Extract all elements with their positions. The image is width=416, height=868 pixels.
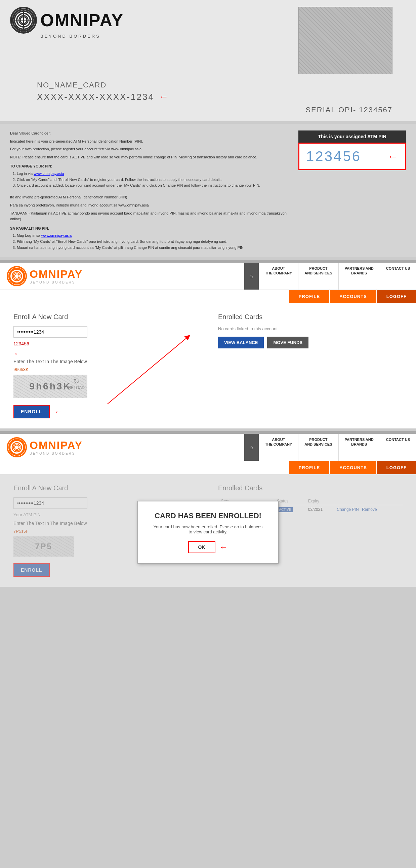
nav-products-link-4[interactable]: PRODUCTAND SERVICES: [298, 434, 338, 461]
enroll-arrow-icon: ←: [55, 407, 63, 417]
section-divider-1: [0, 260, 416, 262]
card-name: NO_NAME_CARD: [37, 81, 406, 89]
captcha-input-val-3: 9h6h3K: [13, 367, 198, 372]
card-number-input-3[interactable]: [13, 326, 88, 338]
brand-name: OMNIPAY: [40, 10, 124, 30]
logoff-button[interactable]: LOGOFF: [377, 290, 416, 303]
action-buttons-3: VIEW BALANCE MOVE FUNDS: [218, 337, 403, 348]
nav-brand-sub: BEYOND BORDERS: [30, 280, 83, 284]
svg-point-2: [20, 17, 27, 24]
nav-home-button[interactable]: ⌂: [244, 262, 259, 289]
nav-home-button-4[interactable]: ⌂: [244, 434, 259, 461]
accounts-button-4[interactable]: ACCOUNTS: [330, 461, 377, 474]
svg-point-1: [17, 13, 30, 27]
captcha-image-3: 9h6h3K ↻ RELOAD: [13, 375, 88, 398]
nav-partners-link-4[interactable]: PARTNERS ANDBRANDS: [338, 434, 380, 461]
enroll-title-3: Enroll A New Card: [13, 313, 198, 321]
nav-products-link[interactable]: PRODUCTAND SERVICES: [298, 262, 338, 289]
sub-nav-4: PROFILE ACCOUNTS LOGOFF: [0, 461, 416, 474]
captcha-label-3: Enter The Text In The Image Below: [13, 359, 198, 364]
nav-about-link[interactable]: ABOUTTHE COMPANY: [259, 262, 298, 289]
serial-number: SERIAL OPI- 1234567: [10, 105, 406, 114]
svg-point-4: [12, 271, 22, 281]
card-texture: [299, 7, 392, 74]
sub-nav: PROFILE ACCOUNTS LOGOFF: [0, 290, 416, 303]
svg-point-5: [15, 274, 19, 278]
nav-partners-link[interactable]: PARTNERS ANDBRANDS: [338, 262, 380, 289]
nav-brand-name: OMNIPAY: [30, 268, 83, 280]
nav-about-link-4[interactable]: ABOUTTHE COMPANY: [259, 434, 298, 461]
card-number: XXXX-XXXX-XXXX-1234: [37, 92, 154, 102]
move-funds-button[interactable]: MOVE FUNDS: [267, 337, 309, 348]
svg-point-8: [12, 442, 22, 452]
captcha-text-3: 9h6h3K: [29, 381, 71, 392]
nav-brand-name-4: OMNIPAY: [30, 439, 83, 452]
svg-point-0: [13, 9, 34, 31]
website-body-3: Enroll A New Card 123456 ← Enter The Tex…: [0, 303, 416, 429]
dialog-title: CARD HAS BEEN ENROLLED!: [151, 512, 265, 520]
nav-logo-block: OMNIPAY BEYOND BORDERS: [0, 262, 90, 289]
nav-bar-4: OMNIPAY BEYOND BORDERS ⌂ ABOUTTHE COMPAN…: [0, 434, 416, 461]
section-divider-2: [0, 431, 416, 434]
enroll-col-3: Enroll A New Card 123456 ← Enter The Tex…: [13, 313, 198, 418]
pin-arrow-icon: ←: [387, 150, 398, 163]
tagalog-steps: Mag Log-in sa www.omnipay.asia Piliin an…: [10, 233, 288, 251]
nav-logo-block-4: OMNIPAY BEYOND BORDERS: [0, 434, 90, 461]
website-section-3: OMNIPAY BEYOND BORDERS ⌂ ABOUTTHE COMPAN…: [0, 262, 416, 429]
dialog-box: CARD HAS BEEN ENROLLED! Your card has no…: [137, 501, 279, 564]
nav-logo-icon: [7, 266, 27, 286]
dialog-ok-arrow-icon: ←: [219, 542, 228, 553]
nav-menu-4: ⌂ ABOUTTHE COMPANY PRODUCTAND SERVICES P…: [244, 434, 416, 461]
card-number-arrow-icon: ←: [159, 91, 168, 102]
change-pin-steps: Log in via www.omnipay.asia Click on "My…: [10, 171, 288, 189]
captcha-reload-3[interactable]: ↻ RELOAD: [68, 377, 85, 390]
nav-contact-link-4[interactable]: CONTACT US: [380, 434, 416, 461]
pin-letter-text: Dear Valued Cardholder: Indicated herein…: [10, 130, 288, 251]
svg-point-3: [9, 268, 25, 284]
pin-assigned-label: This is your assigned ATM PIN: [299, 130, 406, 143]
website-section-4: OMNIPAY BEYOND BORDERS ⌂ ABOUTTHE COMPAN…: [0, 434, 416, 587]
pin-number: 123456: [306, 148, 361, 164]
no-cards-text: No cards linked to this account: [218, 326, 403, 331]
profile-button-4[interactable]: PROFILE: [289, 461, 330, 474]
enroll-button-3[interactable]: ENROLL: [13, 405, 50, 418]
nav-contact-link[interactable]: CONTACT US: [380, 262, 416, 289]
profile-button[interactable]: PROFILE: [289, 290, 330, 303]
enrolled-col-3: Enrolled Cards No cards linked to this a…: [218, 313, 403, 418]
website-body-4: Enroll A New Card Your ATM PIN Enter The…: [0, 474, 416, 587]
dialog-overlay: CARD HAS BEEN ENROLLED! Your card has no…: [0, 474, 416, 587]
svg-point-9: [15, 445, 19, 450]
accounts-button[interactable]: ACCOUNTS: [330, 290, 377, 303]
enrolled-title-3: Enrolled Cards: [218, 313, 403, 321]
dialog-message: Your card has now been enrolled. Please …: [151, 524, 265, 534]
omnipay-logo-icon: [10, 7, 37, 34]
svg-point-7: [9, 439, 25, 455]
brand-sub: BEYOND BORDERS: [40, 34, 101, 39]
view-balance-button[interactable]: VIEW BALANCE: [218, 337, 264, 348]
nav-brand-sub-4: BEYOND BORDERS: [30, 452, 83, 455]
pin-field-arrow-icon: ←: [13, 348, 22, 359]
dialog-ok-button[interactable]: OK: [188, 541, 215, 553]
pin-letter-section: Dear Valued Cardholder: Indicated herein…: [0, 124, 416, 257]
atm-pin-value-3: 123456: [13, 341, 198, 346]
nav-menu: ⌂ ABOUTTHE COMPANY PRODUCTAND SERVICES P…: [244, 262, 416, 289]
nav-bar: OMNIPAY BEYOND BORDERS ⌂ ABOUTTHE COMPAN…: [0, 262, 416, 290]
pin-box: This is your assigned ATM PIN 123456 ←: [299, 130, 406, 170]
logoff-button-4[interactable]: LOGOFF: [377, 461, 416, 474]
nav-logo-icon-4: [7, 437, 27, 457]
card-section: OMNIPAY BEYOND BORDERS NO_NAME_CARD XXXX…: [0, 0, 416, 121]
